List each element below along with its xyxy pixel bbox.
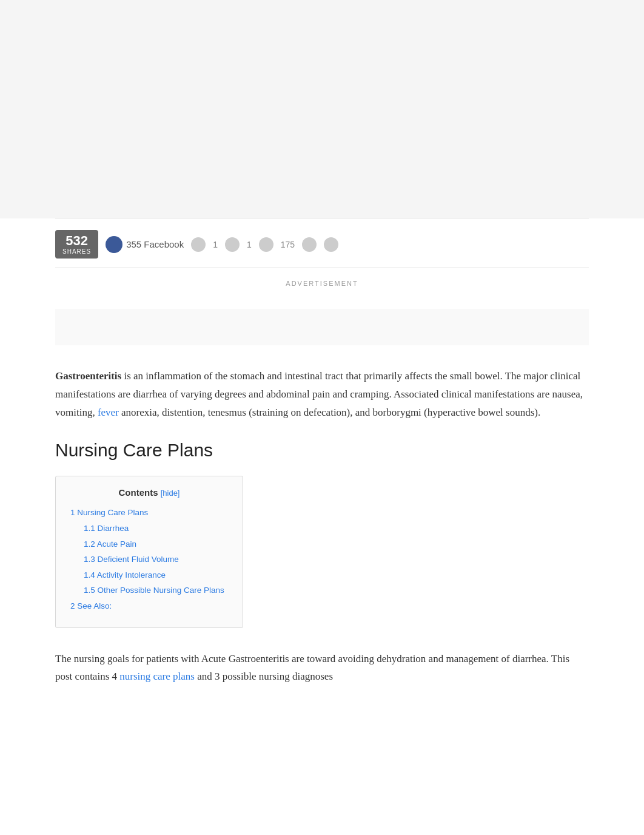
share-icon-4[interactable] bbox=[259, 237, 273, 252]
toc-link-diarrhea[interactable]: 1.1 Diarrhea bbox=[84, 524, 129, 533]
header-image-placeholder bbox=[0, 0, 644, 218]
advertisement-label: ADVERTISEMENT bbox=[55, 274, 589, 291]
shares-label: SHARES bbox=[62, 248, 91, 255]
share-count-175: 175 bbox=[281, 240, 295, 249]
share-count-1a: 1 bbox=[213, 240, 218, 249]
toc-item-1-4: 1.4 Activity Intolerance bbox=[70, 569, 228, 582]
total-share-count: 532 SHARES bbox=[55, 230, 98, 259]
share-number: 532 bbox=[65, 234, 88, 248]
article-intro-cont: anorexia, distention, tenesmus (strainin… bbox=[119, 407, 540, 418]
toc-item-1-3: 1.3 Deficient Fluid Volume bbox=[70, 553, 228, 566]
ad-space bbox=[55, 309, 589, 345]
toc-item-1: 1 Nursing Care Plans bbox=[70, 506, 228, 519]
toc-item-1-2: 1.2 Acute Pain bbox=[70, 538, 228, 551]
bottom-text-line2: and 3 possible nursing diagnoses bbox=[195, 671, 333, 682]
toc-title: Contents [hide] bbox=[70, 487, 228, 498]
toc-link-nursing-care-plans[interactable]: 1 Nursing Care Plans bbox=[70, 508, 148, 517]
nursing-care-plans-link[interactable]: nursing care plans bbox=[119, 671, 195, 682]
toc-link-acute-pain[interactable]: 1.2 Acute Pain bbox=[84, 539, 136, 549]
article-bold-term: Gastroenteritis bbox=[55, 370, 121, 382]
toc-item-1-1: 1.1 Diarrhea bbox=[70, 522, 228, 535]
share-icon-5[interactable] bbox=[302, 237, 317, 252]
toc-item-2: 2 See Also: bbox=[70, 600, 228, 613]
bottom-text: The nursing goals for patients with Acut… bbox=[55, 650, 589, 686]
facebook-share-button[interactable]: 355 Facebook bbox=[106, 236, 184, 253]
table-of-contents: Contents [hide] 1 Nursing Care Plans 1.1… bbox=[55, 476, 243, 627]
toc-list: 1 Nursing Care Plans 1.1 Diarrhea 1.2 Ac… bbox=[70, 506, 228, 612]
share-icon-2[interactable] bbox=[191, 237, 206, 252]
toc-link-see-also[interactable]: 2 See Also: bbox=[70, 601, 112, 610]
article-intro: Gastroenteritis is an inflammation of th… bbox=[55, 367, 589, 421]
share-bar: 532 SHARES 355 Facebook 1 1 175 bbox=[55, 218, 589, 268]
nursing-care-plans-heading: Nursing Care Plans bbox=[55, 439, 589, 461]
toc-link-activity-intolerance[interactable]: 1.4 Activity Intolerance bbox=[84, 570, 166, 580]
toc-link-other-possible[interactable]: 1.5 Other Possible Nursing Care Plans bbox=[84, 586, 224, 595]
toc-hide-button[interactable]: [hide] bbox=[161, 488, 180, 498]
facebook-count-label: 355 Facebook bbox=[126, 239, 184, 249]
toc-link-deficient-fluid-volume[interactable]: 1.3 Deficient Fluid Volume bbox=[84, 555, 179, 564]
share-icon-6[interactable] bbox=[324, 237, 338, 252]
share-count-1b: 1 bbox=[247, 240, 252, 249]
facebook-icon bbox=[106, 236, 122, 253]
share-icon-3[interactable] bbox=[225, 237, 240, 252]
toc-item-1-5: 1.5 Other Possible Nursing Care Plans bbox=[70, 584, 228, 597]
fever-link[interactable]: fever bbox=[98, 407, 119, 418]
